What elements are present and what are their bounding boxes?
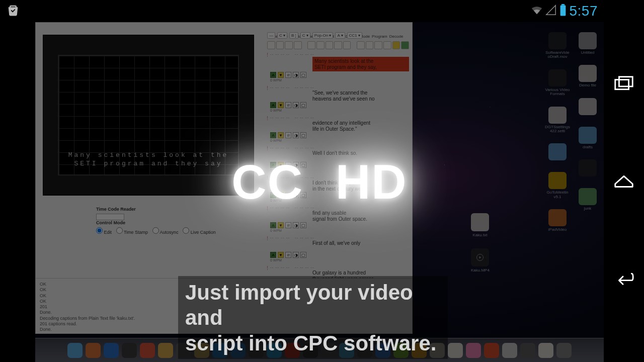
caption-line1: Just import your video and [185,280,441,331]
cue-text: Many scientists look at theSETI program … [312,57,409,71]
status-clock: 5:57 [570,3,598,19]
cpc-icon-toolbar[interactable] [267,40,409,51]
wifi-icon [531,5,542,18]
dock-app-icon [556,343,572,358]
recent-apps-button[interactable] [611,73,636,98]
dock-app-icon [86,343,101,358]
svg-rect-2 [615,80,629,89]
dock-app-icon [502,343,517,358]
battery-icon [559,4,567,18]
cell-signal-icon [545,5,556,18]
dock-app-icon [158,343,173,358]
back-button[interactable] [611,264,636,289]
svg-rect-1 [560,6,566,16]
cue-text: evidence of any intelligentlife in Outer… [312,120,409,132]
caption-line2: script into CPC software. [185,331,441,356]
cue-row[interactable]: !-- -- -- -- -- -- -- --evidence of any … [267,115,409,142]
desktop-file-txt: Kaku.txt [471,213,489,237]
dock-app-icon [122,343,137,358]
cpc-monitor-caption-line2: SETI program and they say [59,159,238,168]
cpc-preview-monitor: Many scientists look at the SETI program… [43,35,254,196]
svg-rect-3 [619,77,632,86]
android-nav-bar [604,0,644,362]
cue-row[interactable]: !-- -- -- -- -- -- -- --First of all, we… [267,235,409,262]
dock-app-icon [67,343,83,358]
svg-rect-0 [561,4,565,6]
cue-row[interactable]: !-- -- -- -- -- -- -- --Many scientists … [267,52,409,82]
timecode-input[interactable] [96,214,124,220]
dock-app-icon [466,343,481,358]
android-status-bar: 5:57 [0,0,604,22]
desktop-file-mov: Kaku.MP4 [471,248,490,273]
mode-edit-radio[interactable] [96,227,103,234]
dock-app-icon [104,343,119,358]
video-frame[interactable]: SoftwareVide oDraft.mov Various Video Fo… [35,22,604,362]
mode-autosync-radio[interactable] [152,227,159,234]
cpc-toolstrip-cells[interactable]: — C ▾ B ¦ C ▾ Pop-On ▾ A ▾ CC1 ▾ [267,32,409,39]
dock-app-icon [520,343,535,358]
mode-timestamp-radio[interactable] [116,227,123,234]
cue-row[interactable]: !-- -- -- -- -- -- -- --"See, we've scan… [267,85,409,112]
cue-text: "See, we've scanned theheavens and we've… [312,90,409,102]
dock-app-icon [140,343,155,358]
dock-app-icon [484,343,499,358]
cpc-monitor-caption-line1: Many scientists look at the [59,151,238,160]
cc-badge: CC [231,154,303,210]
dock-app-icon [448,343,463,358]
cue-text: First of all, we've only [312,240,409,251]
hd-badge: HD [336,154,408,210]
home-button[interactable] [611,168,636,194]
video-caption: Just import your video and script into C… [178,276,448,359]
dock-app-icon [538,343,553,358]
cc-hd-overlay: CC HD [231,154,407,210]
mode-live-radio[interactable] [183,227,189,234]
cue-text: find any usablesignal from Outer space. [312,210,409,222]
cpc-controls[interactable]: Time Code Reader Control Mode Edit Time … [96,207,267,235]
play-store-icon [6,3,20,19]
